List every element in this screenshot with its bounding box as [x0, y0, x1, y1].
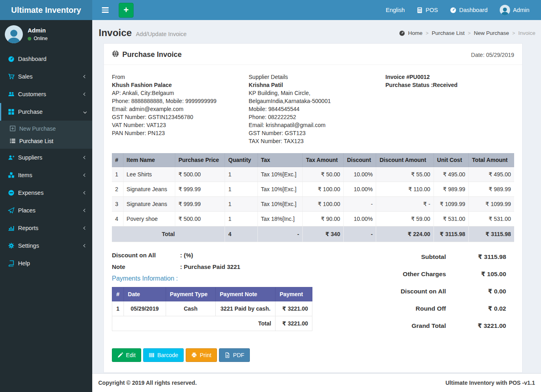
breadcrumb-new-purchase[interactable]: New Purchase	[474, 30, 509, 36]
payments-total-row: Total ₹ 3221.00	[112, 316, 312, 331]
items-header-row: #Item Name Purchase PriceQuantity TaxTax…	[112, 153, 514, 167]
barcode-button[interactable]: Barcode	[143, 348, 184, 362]
copyright-text: Copyright © 2019 All rights reserved.	[98, 380, 197, 386]
printer-icon	[191, 352, 197, 358]
sidebar-item-suppliers[interactable]: Suppliers	[0, 149, 92, 166]
chevron-down-icon	[83, 110, 87, 113]
invoice-meta: Invoice #PU0012 Purchase Status :Receive…	[385, 73, 514, 145]
page-subtitle: Add/Update Invoice	[136, 31, 187, 37]
chevron-left-icon	[83, 226, 87, 230]
cart-icon	[8, 73, 14, 80]
summary-grand-total: Grand Total₹ 3221.00	[366, 322, 506, 329]
summary-subtotal: Subtotal₹ 3115.98	[366, 253, 506, 261]
payments-header-row: #Date Payment TypePayment Note Payment	[112, 287, 312, 301]
from-name: Khush Fashion Palace	[112, 81, 241, 89]
paper-plane-icon	[8, 207, 14, 214]
sidebar: Admin Online Dashboard Sales Customers	[0, 20, 92, 392]
book-icon	[8, 260, 14, 267]
invoice-date: Date: 05/29/2019	[471, 52, 514, 58]
add-button[interactable]: +	[119, 3, 134, 18]
page-title: Invoice	[99, 27, 132, 38]
payment-row: 1 05/29/2019 Cash 3221 Paid by cash. ₹ 3…	[112, 301, 312, 316]
calculator-icon	[417, 7, 423, 13]
plus-square-icon	[10, 125, 16, 131]
table-row: 3Signature Jeans ₹ 999.991 Tax 10%[Exc.]…	[112, 197, 514, 212]
grid-icon	[8, 109, 14, 115]
purchase-submenu: New Purchase Purchase List	[0, 121, 92, 149]
table-row: 4Povery shoe ₹ 500.001 Tax 18%[Inc.]₹ 90…	[112, 212, 514, 226]
pos-link[interactable]: POS	[411, 0, 444, 20]
sidebar-item-purchase-list[interactable]: Purchase List	[0, 135, 92, 147]
sidebar-item-reports[interactable]: Reports	[0, 219, 92, 237]
speedometer-icon	[8, 56, 14, 62]
sidebar-item-help[interactable]: Help	[0, 255, 92, 272]
sidebar-item-new-purchase[interactable]: New Purchase	[0, 122, 92, 135]
breadcrumb-purchase-list[interactable]: Purchase List	[432, 30, 465, 36]
chevron-left-icon	[83, 209, 87, 212]
from-block: From Khush Fashion Palace AP: Ankali, Ci…	[112, 73, 249, 145]
breadcrumb: Home > Purchase List > New Purchase > In…	[399, 30, 535, 36]
avatar	[5, 25, 23, 43]
sidebar-item-settings[interactable]: Settings	[0, 237, 92, 255]
sidebar-item-customers[interactable]: Customers	[0, 85, 92, 103]
table-row: 2Signature Jeans ₹ 999.991 Tax 10%[Exc.]…	[112, 182, 514, 197]
summary-block: Subtotal₹ 3115.98 Other Charges₹ 105.00 …	[366, 253, 514, 339]
sidebar-item-places[interactable]: Places	[0, 202, 92, 219]
chevron-left-icon	[83, 156, 87, 159]
chevron-left-icon	[83, 75, 87, 78]
sidebar-user-panel: Admin Online	[0, 20, 92, 48]
supplier-name: Krishna Patil	[249, 81, 373, 89]
sidebar-item-items[interactable]: Items	[0, 166, 92, 184]
online-dot	[28, 37, 31, 40]
pdf-button[interactable]: PDF	[219, 348, 250, 362]
chevron-left-icon	[83, 174, 87, 177]
bar-chart-icon	[8, 225, 14, 231]
content-header: Invoice Add/Update Invoice Home > Purcha…	[92, 20, 541, 42]
language-menu[interactable]: English	[380, 0, 411, 20]
top-navbar: Ultimate Inventory + English POS Dashboa…	[0, 0, 541, 20]
chevron-left-icon	[83, 191, 87, 194]
user-menu[interactable]: Admin	[494, 0, 535, 20]
navbar-avatar	[500, 5, 510, 15]
footer: Copyright © 2019 All rights reserved. Ul…	[92, 373, 541, 392]
print-button[interactable]: Print	[186, 348, 217, 362]
sidebar-item-sales[interactable]: Sales	[0, 68, 92, 85]
pdf-file-icon	[225, 352, 230, 358]
items-total-row: Total 4 - ₹ 340 - ₹ 224.00 ₹ 3115.98 ₹ 3…	[112, 226, 514, 242]
version-text: Ultimate Inventory with POS -v1.1	[446, 380, 535, 386]
payments-heading: Payments Information :	[112, 275, 366, 282]
summary-round-off: Round Off₹ 0.02	[366, 305, 506, 312]
sidebar-item-expenses[interactable]: Expenses	[0, 184, 92, 202]
payments-table: #Date Payment TypePayment Note Payment 1…	[112, 287, 312, 331]
barcode-icon	[149, 352, 154, 358]
summary-other-charges: Other Charges₹ 105.00	[366, 271, 506, 278]
edit-button[interactable]: Edit	[112, 348, 141, 362]
items-table: #Item Name Purchase PriceQuantity TaxTax…	[112, 153, 514, 242]
chevron-left-icon	[83, 244, 87, 247]
globe-icon	[112, 50, 119, 59]
discount-on-all-line: Discount on All : (%)	[112, 252, 366, 259]
breadcrumb-current: Invoice	[518, 30, 535, 36]
sidebar-user-status: Online	[28, 36, 48, 41]
supplier-block: Supplier Details Krishna Patil KP Buildi…	[249, 73, 385, 145]
purchase-status: Purchase Status :Received	[385, 81, 514, 89]
users-icon	[8, 91, 14, 97]
table-row: 1Lee Shirts ₹ 500.001 Tax 10%[Exc.]₹ 50.…	[112, 167, 514, 182]
user-plus-icon	[8, 154, 14, 161]
home-gauge-icon	[399, 30, 405, 36]
list-icon	[10, 138, 16, 144]
brand-logo[interactable]: Ultimate Inventory	[0, 0, 92, 20]
cubes-icon	[8, 172, 14, 178]
invoice-card: Purchase Invoice Date: 05/29/2019 From K…	[103, 43, 523, 373]
card-title: Purchase Invoice	[112, 50, 182, 59]
dashboard-icon	[450, 7, 456, 13]
minus-circle-icon	[8, 190, 14, 196]
sidebar-item-purchase[interactable]: Purchase	[0, 103, 92, 121]
dashboard-link[interactable]: Dashboard	[444, 0, 494, 20]
breadcrumb-home[interactable]: Home	[408, 30, 423, 36]
sidebar-item-dashboard[interactable]: Dashboard	[0, 50, 92, 68]
invoice-number: Invoice #PU0012	[385, 73, 514, 81]
summary-discount-on-all: Discount on All₹ 0.00	[366, 288, 506, 295]
hamburger-icon[interactable]	[96, 0, 114, 20]
plus-icon: +	[124, 6, 129, 14]
